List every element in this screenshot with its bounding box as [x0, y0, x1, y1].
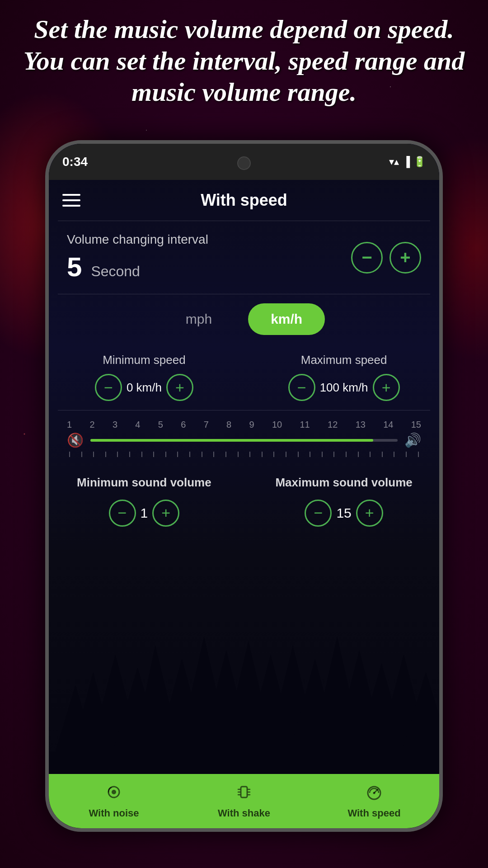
slider-ticks	[67, 452, 421, 457]
nav-with-speed[interactable]: With speed	[309, 774, 439, 828]
svg-rect-17	[49, 752, 439, 774]
with-noise-icon	[105, 783, 123, 805]
max-speed-value: 100 km/h	[320, 381, 368, 395]
slider-num-7: 7	[204, 420, 209, 430]
min-sound-minus-button[interactable]: −	[109, 500, 136, 527]
kmh-option[interactable]: km/h	[248, 303, 325, 335]
forest-silhouette	[49, 616, 439, 774]
max-sound-minus-button[interactable]: −	[305, 500, 332, 527]
bottom-nav: With noise With shake	[49, 774, 439, 828]
max-sound-value: 15	[336, 505, 351, 521]
slider-fill	[90, 439, 373, 442]
slider-num-1: 1	[67, 420, 72, 430]
status-bar: 0:34 ▾▴ ▐ 🔋	[62, 148, 426, 175]
interval-minus-button[interactable]: −	[351, 242, 383, 274]
with-speed-label: With speed	[347, 807, 400, 819]
slider-num-2: 2	[89, 420, 94, 430]
volume-slider-section: 1 2 3 4 5 6 7 8 9 10 11 12 13 14 15 🔇	[49, 410, 439, 466]
max-speed-col: Maximum speed − 100 km/h +	[262, 353, 426, 401]
slider-num-3: 3	[113, 420, 117, 430]
slider-num-14: 14	[383, 420, 393, 430]
wifi-icon: ▾▴	[389, 156, 399, 168]
slider-numbers: 1 2 3 4 5 6 7 8 9 10 11 12 13 14 15	[67, 420, 421, 430]
min-speed-plus-button[interactable]: +	[166, 374, 193, 401]
min-speed-value: 0 km/h	[127, 381, 162, 395]
slider-row: 🔇 🔊	[67, 432, 421, 448]
with-noise-label: With noise	[89, 807, 139, 819]
with-shake-label: With shake	[218, 807, 270, 819]
app-header: With speed	[49, 180, 439, 221]
max-sound-label: Maximum sound volume	[262, 475, 426, 491]
min-speed-minus-button[interactable]: −	[95, 374, 122, 401]
battery-icon: 🔋	[413, 156, 426, 168]
min-sound-plus-button[interactable]: +	[152, 500, 179, 527]
min-sound-label: Minimum sound volume	[62, 475, 226, 491]
slider-num-15: 15	[411, 420, 421, 430]
status-icons: ▾▴ ▐ 🔋	[389, 156, 426, 168]
slider-num-13: 13	[356, 420, 366, 430]
interval-controls: − +	[351, 242, 421, 274]
slider-num-5: 5	[158, 420, 163, 430]
slider-num-11: 11	[300, 420, 310, 430]
slider-num-10: 10	[272, 420, 282, 430]
slider-num-12: 12	[328, 420, 338, 430]
with-shake-icon	[235, 783, 253, 805]
slider-num-9: 9	[249, 420, 254, 430]
volume-high-icon: 🔊	[404, 432, 421, 448]
hamburger-menu[interactable]	[62, 194, 80, 207]
max-speed-label: Maximum speed	[262, 353, 426, 367]
interval-value: 5	[67, 251, 82, 283]
min-sound-value: 1	[141, 505, 148, 521]
max-speed-minus-button[interactable]: −	[288, 374, 315, 401]
mph-option[interactable]: mph	[163, 303, 235, 335]
signal-icon: ▐	[403, 156, 410, 168]
svg-point-29	[373, 792, 375, 794]
interval-plus-button[interactable]: +	[389, 242, 421, 274]
nav-with-shake[interactable]: With shake	[179, 774, 309, 828]
max-speed-plus-button[interactable]: +	[373, 374, 400, 401]
svg-rect-20	[241, 787, 247, 797]
volume-low-icon: 🔇	[67, 432, 84, 448]
min-speed-label: Minimum speed	[62, 353, 226, 367]
volume-slider[interactable]	[90, 439, 398, 442]
status-time: 0:34	[62, 155, 88, 169]
phone-frame: 0:34 ▾▴ ▐ 🔋 With speed Volume changing i…	[45, 140, 443, 832]
sound-controls: Minimum sound volume − 1 + Maximum sound…	[49, 466, 439, 536]
app-content: With speed Volume changing interval 5 Se…	[49, 180, 439, 828]
slider-num-8: 8	[226, 420, 231, 430]
slider-num-4: 4	[135, 420, 140, 430]
max-sound-plus-button[interactable]: +	[356, 500, 383, 527]
screen-title: With speed	[201, 191, 287, 210]
volume-interval-section: Volume changing interval 5 Second − +	[49, 221, 439, 294]
volume-interval-label: Volume changing interval	[67, 232, 208, 247]
min-speed-col: Minimum speed − 0 km/h +	[62, 353, 226, 401]
speed-controls: Minimum speed − 0 km/h + Maximum speed −…	[49, 344, 439, 410]
max-sound-col: Maximum sound volume − 15 +	[262, 475, 426, 527]
speed-unit-toggle: mph km/h	[49, 294, 439, 344]
slider-num-6: 6	[181, 420, 186, 430]
interval-unit: Second	[91, 263, 140, 280]
nav-with-noise[interactable]: With noise	[49, 774, 179, 828]
min-sound-col: Minimum sound volume − 1 +	[62, 475, 226, 527]
svg-point-19	[112, 790, 116, 794]
with-speed-icon	[365, 783, 383, 805]
headline: Set the music volume depend on speed. Yo…	[18, 14, 470, 108]
